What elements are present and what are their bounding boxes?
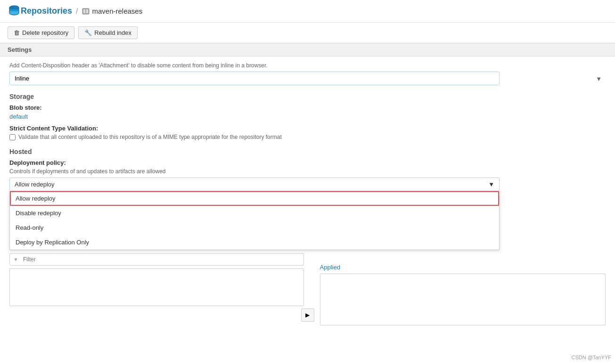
deployment-policy-trigger[interactable]: Allow redeploy ▼ [9,178,500,191]
wrench-icon: 🔧 [84,29,92,36]
deployment-policy-arrow-icon: ▼ [488,181,494,188]
rebuild-button-label: Rebuild index [94,29,131,36]
content-disposition-section: Add Content-Disposition header as 'Attac… [9,62,606,85]
filter-input[interactable] [9,253,304,266]
applied-col: Applied [320,264,606,325]
filter-input-wrapper: ▼ [9,253,304,266]
delete-repository-button[interactable]: 🗑 Delete repository [8,26,74,39]
transfer-button[interactable]: ▶ [301,308,314,322]
strict-content-desc: Validate that all content uploaded to th… [18,134,282,140]
filter-icon: ▼ [13,257,18,262]
delete-button-label: Delete repository [22,29,68,36]
deployment-policy-desc: Controls if deployments of and updates t… [9,168,606,175]
breadcrumb-separator: / [76,7,78,16]
content-disposition-dropdown-wrapper: Inline Attachment ▼ [9,72,606,85]
watermark: CSDN @TanYYF [571,355,611,360]
deployment-policy-label: Deployment policy: [9,159,606,166]
page-header: Repositories / maven-releases [0,0,615,23]
strict-content-checkbox[interactable] [9,134,16,140]
content-disposition-select[interactable]: Inline Attachment [9,72,500,85]
cleanup-grid: ▶ Applied [9,264,606,325]
deployment-policy-dropdown[interactable]: Allow redeploy ▼ Allow redeploy Disable … [9,178,500,191]
content-disposition-arrow-icon: ▼ [596,75,602,82]
svg-rect-3 [86,9,88,13]
strict-content-label: Strict Content Type Validation: [9,125,606,132]
settings-label: Settings [8,46,32,53]
deployment-option-read-only[interactable]: Read-only [10,220,499,235]
rebuild-index-button[interactable]: 🔧 Rebuild index [78,26,138,39]
repo-icon [82,7,90,16]
strict-content-row: Validate that all content uploaded to th… [9,134,606,140]
deployment-option-allow-redeploy[interactable]: Allow redeploy [10,191,499,206]
deployment-policy-value: Allow redeploy [15,181,55,188]
applied-list-box[interactable] [320,274,606,325]
repositories-link[interactable]: Repositories [21,6,72,16]
hosted-label: Hosted [9,148,606,155]
transfer-btn-wrapper: ▶ [299,264,316,325]
database-icon [8,4,21,18]
trash-icon: 🗑 [14,29,20,36]
storage-label: Storage [9,93,606,100]
applied-label: Applied [320,264,606,271]
storage-section: Storage Blob store: default Strict Conte… [9,93,606,140]
deployment-policy-menu: Allow redeploy Disable redeploy Read-onl… [9,191,500,250]
repo-name: maven-releases [92,7,142,15]
toolbar: 🗑 Delete repository 🔧 Rebuild index [0,23,615,43]
content-disposition-desc: Add Content-Disposition header as 'Attac… [9,62,606,69]
settings-bar: Settings [0,43,615,57]
svg-rect-2 [83,9,85,13]
deployment-option-disable-redeploy[interactable]: Disable redeploy [10,206,499,220]
content-area: Add Content-Disposition header as 'Attac… [0,57,615,331]
blob-store-value[interactable]: default [9,113,28,120]
deployment-option-deploy-replication[interactable]: Deploy by Replication Only [10,235,499,250]
blob-store-label: Blob store: [9,104,606,111]
hosted-section: Hosted Deployment policy: Controls if de… [9,148,606,191]
